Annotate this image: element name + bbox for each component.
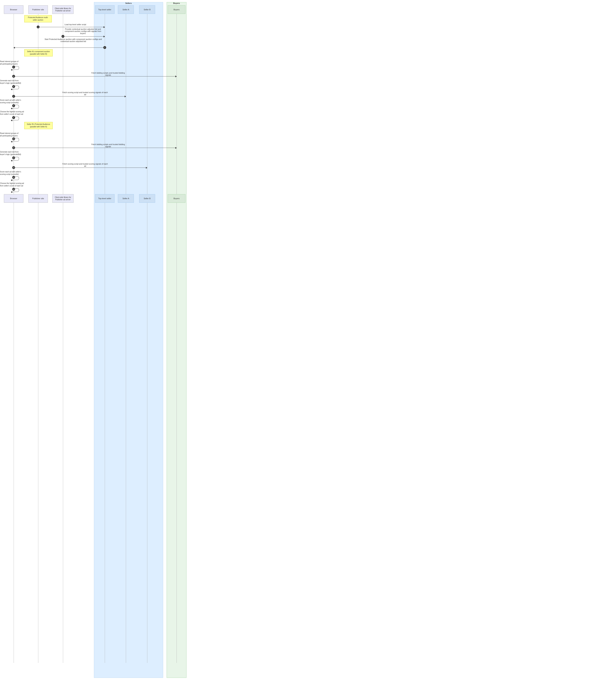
step4-label: Read interest groups ofall participating… [0,60,24,65]
step5-label: Fetch bidding scripts and trusted biddin… [91,72,126,76]
step2-num: 2 [61,35,65,38]
sellerb-header-bottom: Seller B [139,194,155,203]
publisher-header-top: Publisher site [28,5,48,14]
sellera-header-bottom: Seller A [118,194,134,203]
clientlib-lifeline [63,14,63,663]
clientlib-header-bottom: Client-side library for Publisher ad ser… [52,194,74,203]
step7-arrow [14,96,126,97]
step2-label: Provide contextual auction adjusted bid … [63,28,102,34]
toplevel-seller-header-top: Top-level seller [95,5,114,14]
step12-label: Generate each bid frombuyer's logic (gen… [0,151,24,156]
step14-num: 14 [12,176,15,179]
step12-num: 12 [12,156,15,159]
step11-label: Fetch bidding scripts and trusted biddin… [91,143,126,148]
step8-num: 8 [12,104,15,107]
sellers-group-label: Sellers [94,2,163,6]
step15-arrow [11,192,14,192]
step7-num: 7 [12,95,15,98]
step13-num: 13 [12,166,15,169]
step7-label: Fetch scoring script and trusted scoring… [62,91,108,96]
step4-arrow [11,70,14,70]
protected-audience-note: Protected Audience multi-seller auction [24,15,52,22]
step13-arrow [14,168,147,168]
step1-label: Load top-level seller script [51,23,99,26]
step4-num: 4 [12,66,15,69]
step6-num: 6 [12,85,15,88]
step11-arrow [14,148,177,148]
step15-num: 15 [12,188,15,191]
seller-b-note: Seller B's Protected Audience (parallel … [24,122,53,129]
step9-label: Choose the highest scoring adfrom seller… [0,110,27,116]
browser-header-bottom: Browser [4,194,23,203]
toplevel-seller-header-bottom: Top-level seller [95,194,114,203]
clientlib-header-top: Client-side library for Publisher ad ser… [52,5,74,14]
step6-arrow [11,89,14,90]
step6-label: Generate each bid frombuyer's logic (gen… [0,79,24,84]
buyers-header-top: Buyers [168,5,185,14]
step10-num: 10 [12,137,15,140]
step15-label: Choose the highest scoring adfrom seller… [0,182,27,187]
step12-arrow [11,160,14,161]
step9-num: 9 [12,116,15,119]
step10-label: Read interest groups ofall participating… [0,132,24,137]
step11-num: 11 [12,146,15,149]
step14-label: Score each ad with seller'sscoring scrip… [0,171,24,176]
step8-label: Score each ad with seller'sscoring scrip… [0,99,24,104]
step13-label: Fetch scoring script and trusted scoring… [62,163,108,167]
step5-num: 5 [12,75,15,78]
buyers-header-bottom: Buyers [168,194,185,203]
publisher-header-bottom: Publisher site [28,194,48,203]
buyers-group-label: Buyers [166,2,186,6]
sequence-diagram: Sellers Buyers Browser Publisher site Cl… [0,0,188,681]
seller-a-note: Seller A's component auction (parallel w… [24,49,53,56]
step1-num: 1 [37,26,40,28]
step3-num: 3 [103,46,106,49]
browser-header-top: Browser [4,5,23,14]
sellera-header-top: Seller A [118,5,134,14]
sellerb-header-top: Seller B [139,5,155,14]
step3-label: Start Protected Audience auction with co… [44,38,102,42]
sellers-group-bg-top [94,2,163,678]
toplevel-seller-lifeline [105,14,105,663]
